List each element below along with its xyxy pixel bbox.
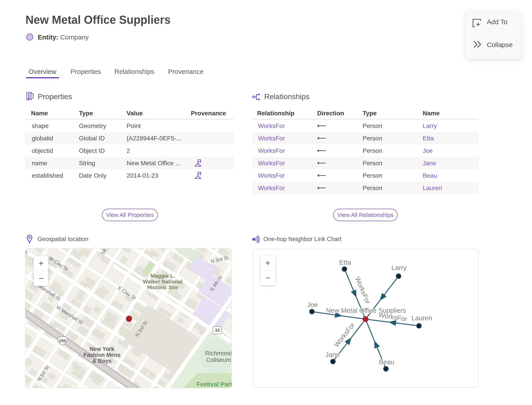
svg-text:Richmond: Richmond	[205, 350, 231, 357]
svg-text:Coliseum: Coliseum	[206, 357, 231, 363]
svg-text:Fashion Mens: Fashion Mens	[84, 352, 120, 358]
svg-text:Beau: Beau	[379, 358, 394, 365]
svg-text:Joe: Joe	[307, 301, 318, 308]
svg-text:Maggie L.: Maggie L.	[151, 273, 175, 279]
svg-text:New Metal Office Suppliers: New Metal Office Suppliers	[326, 307, 406, 314]
svg-text:Festival Park: Festival Park	[197, 381, 231, 388]
svg-text:Lauren: Lauren	[412, 314, 432, 322]
svg-text:33: 33	[215, 328, 220, 333]
svg-text:Walker National: Walker National	[143, 279, 182, 284]
svg-text:Historic Site: Historic Site	[147, 284, 178, 290]
svg-text:250: 250	[59, 338, 66, 343]
svg-text:Etta: Etta	[339, 259, 351, 266]
svg-text:WorksFor: WorksFor	[333, 321, 356, 348]
svg-text:Jane: Jane	[325, 351, 339, 358]
svg-text:Larry: Larry	[392, 264, 406, 271]
svg-text:New York: New York	[90, 346, 114, 352]
svg-text:& Boys: & Boys	[93, 358, 112, 364]
svg-text:WorksFor: WorksFor	[354, 276, 372, 305]
